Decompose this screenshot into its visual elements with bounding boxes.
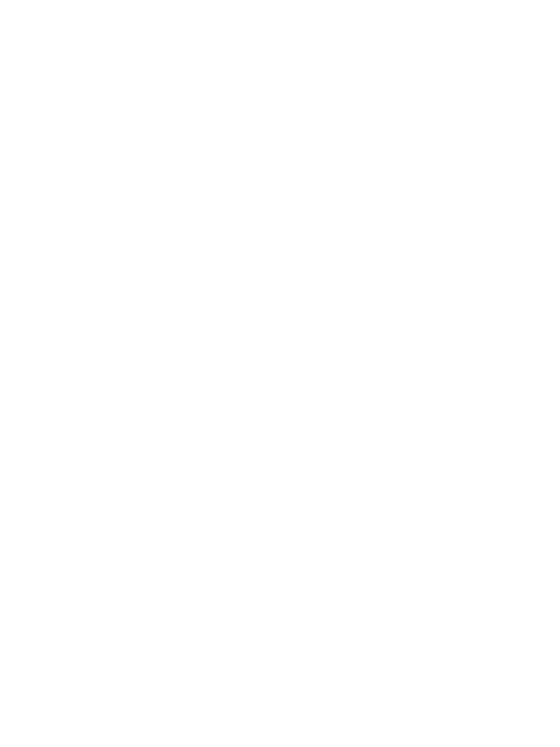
- document-page: Alarm Import Export Wizard - Operation T…: [0, 0, 560, 94]
